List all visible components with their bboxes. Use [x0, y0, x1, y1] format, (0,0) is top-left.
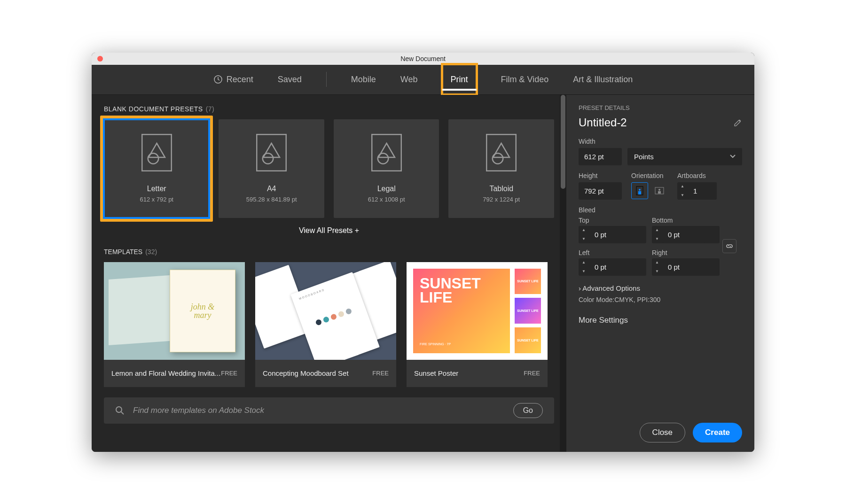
template-moodboard[interactable]: MOODBOARD Concepting Moodboard SetFREE: [255, 262, 396, 387]
document-icon: [256, 134, 287, 171]
svg-line-10: [121, 412, 124, 414]
stock-search[interactable]: Find more templates on Adobe Stock Go: [104, 397, 554, 424]
new-document-dialog: New Document Recent Saved Mobile Web Pri…: [92, 53, 754, 452]
svg-rect-16: [658, 191, 661, 194]
search-placeholder: Find more templates on Adobe Stock: [133, 406, 505, 415]
preset-tabloid[interactable]: Tabloid 792 x 1224 pt: [448, 119, 554, 218]
stepper-up-icon[interactable]: ▲: [677, 182, 688, 191]
search-icon: [115, 406, 125, 415]
category-tabs: Recent Saved Mobile Web Print Film & Vid…: [92, 65, 754, 95]
orientation-landscape[interactable]: [651, 182, 668, 199]
bleed-right[interactable]: ▲▼0 pt: [652, 258, 720, 276]
chevron-down-icon: [730, 155, 736, 158]
svg-rect-3: [257, 134, 286, 171]
svg-point-6: [377, 153, 388, 164]
stepper-down-icon[interactable]: ▼: [677, 191, 688, 200]
tab-mobile[interactable]: Mobile: [351, 64, 376, 94]
svg-point-2: [148, 153, 158, 164]
svg-point-9: [116, 407, 122, 412]
edit-name-icon[interactable]: [734, 118, 742, 127]
svg-point-15: [658, 189, 660, 191]
more-settings[interactable]: More Settings: [579, 316, 742, 325]
preset-legal[interactable]: Legal 612 x 1008 pt: [334, 119, 439, 218]
main-panel: BLANK DOCUMENT PRESETS(7) Letter 612 x 7…: [92, 95, 566, 452]
go-button[interactable]: Go: [513, 403, 543, 418]
preset-details-panel: PRESET DETAILS Untitled-2 Width 612 pt P…: [566, 95, 754, 452]
bleed-left[interactable]: ▲▼0 pt: [579, 258, 646, 276]
document-icon: [486, 134, 517, 171]
document-name[interactable]: Untitled-2: [579, 116, 627, 129]
titlebar: New Document: [92, 53, 754, 65]
create-button[interactable]: Create: [693, 423, 742, 442]
presets-header: BLANK DOCUMENT PRESETS(7): [104, 105, 554, 113]
template-wedding-invitation[interactable]: john &mary Lemon and Floral Wedding Invi…: [104, 262, 245, 387]
height-input[interactable]: 792 pt: [579, 182, 622, 200]
svg-rect-1: [142, 134, 172, 171]
tab-recent[interactable]: Recent: [213, 64, 253, 94]
svg-rect-13: [638, 191, 641, 194]
artboards-stepper[interactable]: ▲▼ 1: [677, 182, 717, 200]
preset-letter[interactable]: Letter 612 x 792 pt: [100, 116, 213, 222]
tab-saved[interactable]: Saved: [278, 64, 302, 94]
orientation-portrait[interactable]: [631, 182, 648, 199]
window-title: New Document: [92, 55, 754, 62]
clock-icon: [213, 75, 223, 84]
preset-details-header: PRESET DETAILS: [579, 104, 742, 111]
tab-print[interactable]: Print: [442, 64, 477, 94]
tab-film-video[interactable]: Film & Video: [501, 64, 549, 94]
color-mode-text: Color Mode:CMYK, PPI:300: [579, 296, 742, 303]
svg-rect-5: [372, 134, 401, 171]
document-icon: [371, 134, 402, 171]
view-all-presets[interactable]: View All Presets +: [104, 226, 554, 235]
templates-header: TEMPLATES(32): [104, 248, 554, 256]
advanced-options-toggle[interactable]: › Advanced Options: [579, 284, 742, 292]
bleed-top[interactable]: ▲▼0 pt: [579, 226, 646, 243]
close-button[interactable]: Close: [640, 423, 685, 442]
svg-rect-7: [487, 134, 517, 171]
link-bleed-icon[interactable]: [722, 239, 736, 253]
scrollbar[interactable]: [560, 95, 566, 452]
tab-separator: [326, 72, 327, 87]
units-select[interactable]: Points: [627, 148, 742, 165]
tab-web[interactable]: Web: [400, 64, 418, 94]
template-sunset-poster[interactable]: SUNSET LIFEFIRE SPINNING · 7P SUNSET LIF…: [407, 262, 548, 387]
bleed-bottom[interactable]: ▲▼0 pt: [652, 226, 720, 243]
tab-art-illustration[interactable]: Art & Illustration: [573, 64, 633, 94]
width-input[interactable]: 612 pt: [579, 148, 622, 165]
svg-point-4: [263, 153, 274, 164]
document-icon: [141, 134, 172, 171]
preset-a4[interactable]: A4 595.28 x 841.89 pt: [219, 119, 324, 218]
svg-point-8: [493, 153, 503, 164]
svg-point-12: [639, 189, 641, 191]
